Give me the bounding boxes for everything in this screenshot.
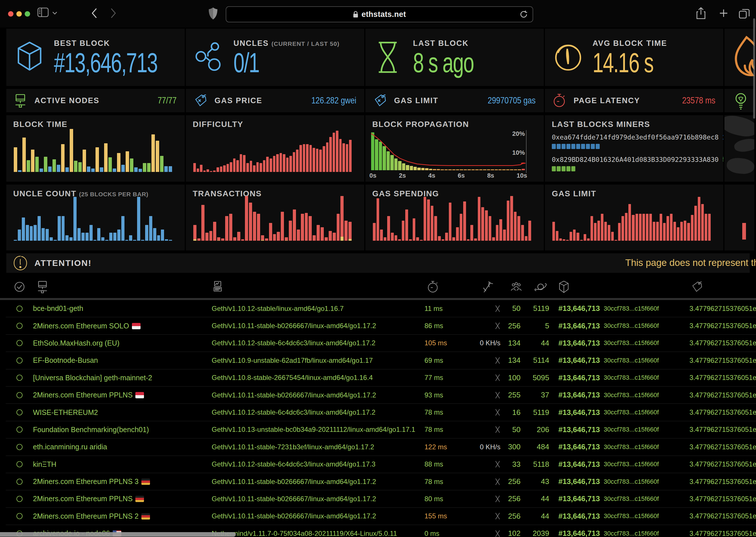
node-peers: 33: [506, 460, 526, 469]
node-pin-button[interactable]: [6, 495, 33, 503]
table-row[interactable]: 2Miners.com Ethereum PPLNSGeth/v1.10.11-…: [6, 490, 756, 507]
chart-bar: [297, 229, 300, 241]
pending-icon[interactable]: [526, 281, 555, 292]
chart-bar: [326, 143, 329, 172]
table-row[interactable]: 2Miners.com Ethereum PPLNS 3Geth/v1.10.1…: [6, 473, 756, 490]
lock-icon: [353, 11, 359, 18]
chart-bar: [604, 222, 607, 241]
reload-icon[interactable]: [519, 10, 528, 19]
chart-bar: [489, 216, 492, 241]
panel-edge-chart: [725, 185, 754, 250]
node-block: #13,646,713: [555, 304, 601, 313]
node-pending: 5119: [526, 408, 555, 417]
node-peers: 300: [506, 442, 526, 451]
table-row[interactable]: WISE-ETHEREUM2Geth/v1.10.12-stable-6c4dc…: [6, 403, 756, 421]
node-peers: 50: [506, 304, 526, 313]
horizontal-scrollbar[interactable]: [0, 532, 236, 537]
node-peers: 134: [506, 356, 526, 365]
latency-icon[interactable]: [424, 280, 453, 293]
table-row[interactable]: EthSolo.MaxHash.org (EU)Geth/v1.10.12-st…: [6, 334, 756, 351]
tab-overview-icon[interactable]: [739, 8, 750, 19]
minimize-window-button[interactable]: [16, 11, 22, 17]
node-peers: 255: [506, 391, 526, 399]
node-pin-button[interactable]: [6, 374, 33, 381]
table-row[interactable]: eth.icanmining.ru aridiaGeth/v1.10.11-st…: [6, 438, 756, 455]
node-pending: 2039: [526, 529, 555, 537]
node-pin-button[interactable]: [6, 512, 33, 520]
miner-address[interactable]: 0x829BD824B016326A401d083B33D092293333A8…: [552, 156, 719, 163]
table-row[interactable]: 2Miners.com Ethereum SOLOGeth/v1.10.11-s…: [6, 317, 756, 334]
node-pin-button[interactable]: [6, 426, 33, 433]
share-icon[interactable]: [696, 7, 705, 19]
node-peers: 50: [506, 425, 526, 434]
forward-button[interactable]: [110, 8, 116, 19]
chart-bar: [280, 153, 282, 172]
shield-icon[interactable]: [208, 7, 218, 20]
chart-bar: [431, 206, 434, 241]
chart-bar: [259, 163, 262, 172]
chart-bar: [373, 223, 376, 241]
chart-bar: [621, 216, 624, 241]
chart-bar: [257, 214, 260, 241]
chart-bar: [253, 212, 256, 241]
node-info-icon[interactable]: [206, 280, 424, 293]
node-block-hash: 30ccf783...c15f660f: [601, 322, 688, 330]
node-block-hash: 30ccf783...c15f660f: [601, 409, 688, 416]
chart-bar: [698, 197, 700, 241]
chart-bar: [348, 222, 352, 241]
node-pin-button[interactable]: [6, 339, 33, 347]
mining-icon[interactable]: [453, 280, 506, 293]
back-button[interactable]: [91, 8, 98, 19]
chart-bar: [149, 216, 152, 241]
node-pin-button[interactable]: [6, 322, 33, 330]
difficulty-tag-icon[interactable]: [688, 280, 756, 293]
table-row[interactable]: Foundation Benchmarking(bench01)Geth/v1.…: [6, 421, 756, 438]
chart-bar: [200, 165, 202, 172]
table-row[interactable]: EF-Bootnode-BusanGeth/v1.10.9-unstable-6…: [6, 351, 756, 369]
node-pin-button[interactable]: [6, 478, 33, 485]
panel-page-latency: PAGE LATENCY 23578 ms: [545, 89, 723, 112]
table-row[interactable]: kinΞTHGeth/v1.10.12-stable-6c4dc6c3/linu…: [6, 456, 756, 473]
chart-bar: [316, 149, 319, 172]
node-mining: [453, 426, 506, 434]
vertical-scrollbar[interactable]: [753, 18, 755, 119]
node-pin-button[interactable]: [6, 392, 33, 399]
node-monitor-icon[interactable]: [33, 280, 206, 293]
mined-block-square: [596, 144, 600, 149]
chart-bar: [517, 216, 520, 241]
miner-address[interactable]: 0xea674fdde714fd979de3edf0f56aa9716b898e…: [552, 134, 719, 141]
node-pin-button[interactable]: [6, 409, 33, 416]
table-header-divider: [0, 298, 756, 300]
table-row[interactable]: bce-bnd01-gethGeth/v1.10.12-stable/linux…: [6, 300, 756, 317]
table-row[interactable]: 2Miners.com Ethereum PPLNSGeth/v1.10.11-…: [6, 386, 756, 403]
node-pin-button[interactable]: [6, 305, 33, 312]
block-icon[interactable]: [555, 280, 601, 293]
chart-bar: [445, 233, 448, 241]
chart-bar: [50, 237, 53, 241]
table-row[interactable]: 2Miners.com Ethereum PPLNS 2Geth/v1.10.1…: [6, 508, 756, 525]
node-pin-button[interactable]: [6, 443, 33, 451]
sidebar-chevron-icon[interactable]: [52, 12, 57, 15]
close-window-button[interactable]: [8, 11, 14, 17]
node-total-difficulty: 3.477962715376051e+2: [688, 374, 756, 382]
node-pin-button[interactable]: [6, 461, 33, 468]
chart-bar: [134, 167, 138, 172]
chart-bar: [680, 222, 683, 241]
attention-label: ATTENTION!: [34, 258, 92, 268]
panel-gas-limit-chart: GAS LIMIT: [545, 185, 723, 250]
new-tab-icon[interactable]: [719, 9, 728, 18]
active-nodes-value: 77/77: [158, 96, 177, 106]
chart-bar: [337, 214, 340, 241]
node-total-difficulty: 3.477962715376051e+2: [688, 391, 756, 399]
chart-bar: [296, 149, 298, 172]
peers-icon[interactable]: [506, 281, 526, 292]
miner-entry: 0xea674fdde714fd979de3edf0f56aa9716b898e…: [552, 133, 721, 149]
zoom-window-button[interactable]: [25, 11, 30, 17]
table-row[interactable]: [Universa Blockchain] geth-mainnet-2Geth…: [6, 369, 756, 386]
node-pin-button[interactable]: [6, 357, 33, 364]
address-bar[interactable]: ethstats.net: [226, 6, 533, 22]
status-check-icon[interactable]: [6, 281, 33, 293]
sidebar-icon[interactable]: [37, 8, 49, 17]
node-name: eth.icanmining.ru aridia: [33, 443, 206, 451]
chart-bar: [164, 166, 168, 172]
